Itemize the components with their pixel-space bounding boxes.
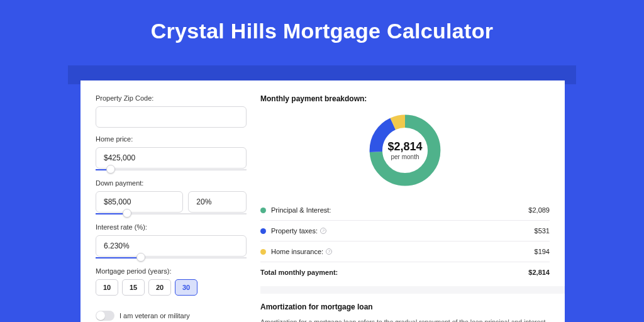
period-option-20[interactable]: 20 (148, 279, 171, 296)
legend-label: Principal & Interest: (271, 206, 331, 214)
down-payment-slider[interactable] (96, 212, 247, 216)
donut-center: $2,814 per month (367, 112, 443, 189)
amortization-title: Amortization for mortgage loan (260, 303, 550, 311)
zip-input[interactable] (96, 106, 247, 128)
breakdown-title: Monthly payment breakdown: (260, 94, 550, 103)
period-option-10[interactable]: 10 (96, 279, 118, 296)
form-column: Property Zip Code: Home price: Down paym… (96, 94, 247, 322)
slider-thumb[interactable] (136, 253, 145, 262)
breakdown-column: Monthly payment breakdown: $2,814 per mo… (260, 94, 550, 322)
down-payment-block: Down payment: (96, 179, 247, 216)
amortization-text: Amortization for a mortgage loan refers … (260, 318, 550, 322)
donut-wrap: $2,814 per month (260, 112, 550, 189)
legend-label: Home insurance: (271, 248, 323, 255)
home-price-slider[interactable] (96, 168, 247, 172)
donut-sub: per month (391, 153, 419, 160)
dot-principal (260, 208, 266, 213)
page-title: Crystal Hills Mortgage Calculator (0, 0, 644, 60)
zip-label: Property Zip Code: (96, 94, 247, 102)
down-payment-amount-input[interactable] (96, 191, 183, 213)
info-icon[interactable]: ? (326, 248, 332, 255)
donut-total: $2,814 (387, 140, 422, 153)
slider-thumb[interactable] (106, 165, 115, 174)
legend-insurance: Home insurance: ? $194 (260, 241, 550, 262)
home-price-label: Home price: (96, 135, 247, 143)
legend-total-value: $2,814 (528, 269, 550, 276)
legend-value: $2,089 (528, 206, 550, 214)
period-option-15[interactable]: 15 (122, 279, 145, 296)
interest-block: Interest rate (%): (96, 223, 247, 260)
toggle-knob (96, 311, 105, 320)
veteran-toggle[interactable] (96, 311, 114, 321)
payment-donut-chart: $2,814 per month (367, 112, 443, 189)
period-label: Mortgage period (years): (96, 267, 247, 275)
calculator-card: Property Zip Code: Home price: Down paym… (80, 80, 565, 322)
home-price-input[interactable] (96, 147, 247, 169)
period-block: Mortgage period (years): 10 15 20 30 (96, 267, 247, 296)
legend-total-label: Total monthly payment: (260, 269, 338, 276)
down-payment-label: Down payment: (96, 179, 247, 187)
interest-input[interactable] (96, 235, 247, 257)
legend-value: $194 (535, 248, 550, 255)
dot-insurance (260, 249, 266, 255)
veteran-toggle-row: I am veteran or military (96, 311, 247, 321)
down-payment-percent-input[interactable] (188, 191, 247, 213)
dot-tax (260, 228, 266, 234)
veteran-label: I am veteran or military (119, 312, 190, 319)
legend-label: Property taxes: (271, 227, 318, 235)
legend-total: Total monthly payment: $2,814 (260, 262, 550, 282)
legend-principal: Principal & Interest: $2,089 (260, 200, 550, 220)
zip-field-block: Property Zip Code: (96, 94, 247, 128)
slider-fill (96, 257, 141, 258)
period-segment-row: 10 15 20 30 (96, 279, 247, 296)
interest-slider[interactable] (96, 256, 247, 260)
interest-label: Interest rate (%): (96, 223, 247, 231)
legend-value: $531 (535, 227, 550, 235)
amortization-section: Amortization for mortgage loan Amortizat… (260, 286, 565, 322)
home-price-block: Home price: (96, 135, 247, 172)
legend-tax: Property taxes: ? $531 (260, 220, 550, 241)
slider-thumb[interactable] (123, 209, 131, 218)
period-option-30[interactable]: 30 (175, 279, 197, 296)
info-icon[interactable]: ? (320, 228, 326, 234)
